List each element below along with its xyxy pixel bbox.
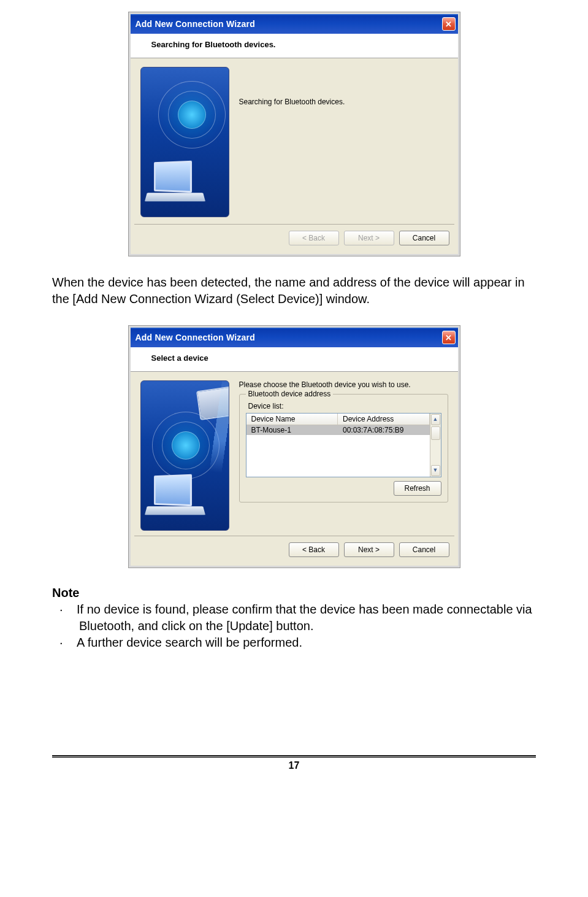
scroll-up-icon[interactable]: ▲ (431, 414, 440, 425)
searching-message: Searching for Bluetooth devices. (239, 98, 345, 106)
close-icon[interactable]: ✕ (442, 17, 456, 31)
cell-device-address: 00:03:7A:08:75:B9 (338, 425, 430, 435)
group-title: Bluetooth device address (246, 390, 334, 398)
button-row: < Back Next > Cancel (131, 225, 458, 254)
window-title: Add New Connection Wizard (136, 19, 255, 29)
body-paragraph: When the device has been detected, the n… (52, 274, 536, 307)
document-page: Add New Connection Wizard ✕ Searching fo… (0, 0, 588, 796)
wizard-dialog-searching: Add New Connection Wizard ✕ Searching fo… (129, 12, 460, 256)
wizard-dialog-select-device: Add New Connection Wizard ✕ Select a dev… (129, 326, 460, 568)
cell-device-name: BT-Mouse-1 (246, 425, 338, 435)
scroll-thumb[interactable] (431, 426, 440, 440)
titlebar: Add New Connection Wizard ✕ (131, 328, 458, 347)
header-text: Select a device (151, 353, 208, 363)
close-icon[interactable]: ✕ (442, 331, 456, 344)
header-panel: Select a device (131, 347, 458, 372)
back-button: < Back (289, 231, 339, 245)
next-button[interactable]: Next > (344, 542, 394, 557)
bluetooth-graphic (140, 380, 229, 531)
window-title: Add New Connection Wizard (136, 333, 255, 342)
scrollbar[interactable]: ▲ ▼ (430, 414, 441, 477)
prompt-text: Please choose the Bluetooth device you w… (239, 380, 448, 389)
device-address-group: Bluetooth device address Device list: De… (239, 394, 448, 502)
note-item: ·If no device is found, please confirm t… (69, 601, 536, 634)
titlebar: Add New Connection Wizard ✕ (131, 14, 458, 34)
form-area: Please choose the Bluetooth device you w… (239, 380, 448, 531)
cancel-button[interactable]: Cancel (399, 542, 449, 557)
note-heading: Note (52, 586, 536, 600)
list-label: Device list: (248, 402, 441, 410)
table-header: Device Name Device Address (246, 414, 430, 425)
note-list: ·If no device is found, please confirm t… (52, 601, 536, 651)
header-panel: Searching for Bluetooth devices. (131, 34, 458, 58)
body-panel: Searching for Bluetooth devices. (131, 58, 458, 224)
page-footer: 17 (52, 755, 536, 771)
header-text: Searching for Bluetooth devices. (151, 40, 276, 49)
bluetooth-graphic (140, 67, 229, 217)
note-item: ·A further device search will be perform… (69, 634, 536, 651)
col-device-address: Device Address (338, 414, 430, 425)
refresh-button[interactable]: Refresh (394, 481, 441, 496)
col-device-name: Device Name (246, 414, 338, 425)
message-area: Searching for Bluetooth devices. (239, 67, 448, 219)
device-list[interactable]: Device Name Device Address BT-Mouse-1 00… (246, 413, 441, 477)
page-number: 17 (289, 760, 300, 771)
cancel-button[interactable]: Cancel (399, 231, 449, 245)
next-button: Next > (344, 231, 394, 245)
body-panel: Please choose the Bluetooth device you w… (131, 372, 458, 536)
button-row: < Back Next > Cancel (131, 536, 458, 566)
table-row[interactable]: BT-Mouse-1 00:03:7A:08:75:B9 (246, 425, 430, 435)
back-button[interactable]: < Back (289, 542, 339, 557)
scroll-down-icon[interactable]: ▼ (431, 465, 440, 476)
